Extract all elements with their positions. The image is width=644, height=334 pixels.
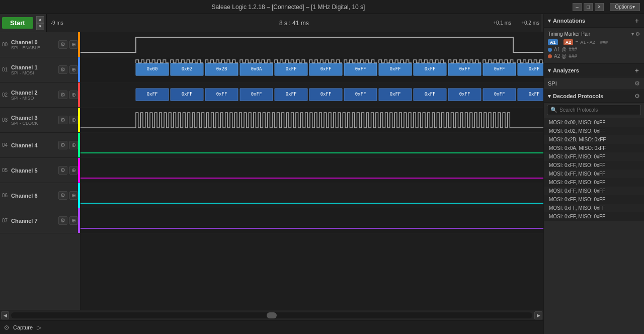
protocol-list-item[interactable]: MOSI: 0xFF, MISO: 0xFF — [544, 204, 644, 212]
channel-plus-6[interactable]: ⊕ — [69, 191, 78, 200]
filter-icon[interactable]: ▾ — [631, 31, 634, 37]
start-button[interactable]: Start — [2, 17, 33, 29]
channel-name-0: Channel 0 — [11, 39, 58, 45]
scroll-right-button[interactable]: ▶ — [534, 311, 542, 319]
channel-gear-7[interactable]: ⚙ — [58, 216, 67, 225]
channel-name-7: Channel 7 — [11, 218, 58, 224]
a1-val-row: A1 @ ### — [548, 46, 640, 53]
decoded-gear-icon[interactable]: ⚙ — [634, 93, 640, 100]
channel-plus-4[interactable]: ⊕ — [69, 141, 78, 149]
timing-marker-row: Timing Marker Pair ▾ ⚙ — [548, 30, 640, 38]
channel-row-4: 04 Channel 4 ⚙ ⊕ — [0, 133, 80, 158]
scroll-up-arrow[interactable]: ▲ — [36, 16, 44, 23]
protocol-list-item[interactable]: MOSI: 0xFF, MISO: 0xFF — [544, 212, 644, 221]
expand-icon[interactable]: ▷ — [37, 324, 41, 331]
channel-plus-3[interactable]: ⊕ — [69, 116, 78, 124]
protocol-list-item[interactable]: MOSI: 0x02, MISO: 0xFF — [544, 127, 644, 135]
protocol-list: MOSI: 0x00, MISO: 0xFFMOSI: 0x02, MISO: … — [544, 117, 644, 334]
a2-val-row: A2 @ ### — [548, 53, 640, 59]
waveform-area[interactable] — [80, 32, 543, 310]
a2-value: ### — [569, 53, 577, 59]
right-panel: ▾ Annotations + Timing Marker Pair ▾ ⚙ A… — [543, 14, 644, 334]
channel-color-6 — [78, 183, 80, 208]
close-button[interactable]: × — [595, 3, 604, 11]
channel-gear-5[interactable]: ⚙ — [58, 166, 67, 175]
channel-gear-2[interactable]: ⚙ — [58, 91, 67, 99]
protocol-list-item[interactable]: MOSI: 0x00, MISO: 0xFF — [544, 118, 644, 127]
channel-color-7 — [78, 208, 80, 233]
channel-info-1: Channel 1 SPI - MOSI — [11, 64, 58, 75]
channel-num-7: 07 — [2, 218, 11, 223]
annotations-content: Timing Marker Pair ▾ ⚙ A1 - A2 = A1 - A2… — [544, 28, 644, 61]
spi-analyzer-item: SPI ⚙ — [544, 77, 644, 90]
protocol-list-item[interactable]: MOSI: 0x0A, MISO: 0xFF — [544, 144, 644, 152]
restore-button[interactable]: □ — [584, 3, 593, 11]
search-icon: 🔍 — [550, 107, 557, 113]
a2-label: A2 @ — [554, 53, 567, 59]
a1-dot — [548, 48, 552, 52]
channel-name-2: Channel 2 — [11, 90, 58, 96]
settings-icon[interactable]: ⚙ — [635, 31, 640, 37]
channel-name-4: Channel 4 — [11, 142, 58, 148]
channel-plus-2[interactable]: ⊕ — [69, 91, 78, 99]
channel-icons-5: ⚙ ⊕ — [58, 166, 78, 175]
protocol-list-item[interactable]: MOSI: 0xFF, MISO: 0xFF — [544, 195, 644, 204]
timing-marker-icons: ▾ ⚙ — [631, 31, 640, 37]
time-marker-mid: +0.1 ms — [493, 20, 511, 26]
channel-gear-0[interactable]: ⚙ — [58, 40, 67, 49]
titlebar-controls: – □ × Options ▾ — [573, 3, 640, 11]
a1-value: ### — [569, 47, 577, 52]
analyzers-header: ▾ Analyzers + — [544, 64, 644, 77]
channel-gear-3[interactable]: ⚙ — [58, 116, 67, 124]
time-marker-left: -9 ms — [51, 20, 63, 26]
channel-info-0: Channel 0 SPI - ENABLE — [11, 39, 58, 50]
protocol-list-item[interactable]: MOSI: 0xFF, MISO: 0xFF — [544, 178, 644, 187]
time-center: 8 s : 41 ms — [51, 20, 537, 27]
scroll-down-arrow[interactable]: ▼ — [36, 23, 44, 30]
a2-badge: A2 — [564, 39, 574, 45]
a2-dot — [548, 54, 552, 58]
main-layout: Start ▲ ▼ -9 ms 8 s : 41 ms +0.1 ms +0.2… — [0, 14, 644, 334]
channel-plus-0[interactable]: ⊕ — [69, 40, 78, 49]
analyzers-section: ▾ Analyzers + SPI ⚙ — [544, 64, 644, 90]
channel-num-2: 02 — [2, 92, 11, 98]
minimize-button[interactable]: – — [573, 3, 582, 11]
search-protocols-input[interactable] — [559, 107, 637, 113]
channel-gear-6[interactable]: ⚙ — [58, 191, 67, 200]
annotations-add-button[interactable]: + — [634, 17, 640, 25]
channel-info-3: Channel 3 SPI - CLOCK — [11, 115, 58, 126]
spi-gear-icon[interactable]: ⚙ — [634, 80, 640, 87]
channel-plus-5[interactable]: ⊕ — [69, 166, 78, 175]
annotations-section: ▾ Annotations + Timing Marker Pair ▾ ⚙ A… — [544, 14, 644, 64]
channel-row-0: 00 Channel 0 SPI - ENABLE ⚙ ⊕ — [0, 32, 80, 57]
scroll-thumb[interactable] — [267, 312, 277, 318]
annotations-title: ▾ Annotations — [548, 18, 585, 24]
channel-num-4: 04 — [2, 142, 11, 148]
options-button[interactable]: Options ▾ — [610, 3, 640, 11]
channel-gear-1[interactable]: ⚙ — [58, 65, 67, 74]
protocol-list-item[interactable]: MOSI: 0xFF, MISO: 0xFF — [544, 152, 644, 161]
capture-icon: ⊙ — [4, 324, 9, 331]
chevron-down-icon: ▾ — [548, 18, 551, 24]
channel-plus-7[interactable]: ⊕ — [69, 216, 78, 225]
scroll-left-button[interactable]: ◀ — [1, 311, 9, 319]
channel-info-6: Channel 6 — [11, 193, 58, 199]
channel-plus-1[interactable]: ⊕ — [69, 65, 78, 74]
channel-icons-1: ⚙ ⊕ — [58, 65, 78, 74]
protocol-list-item[interactable]: MOSI: 0x2B, MISO: 0xFF — [544, 135, 644, 144]
channel-color-0 — [78, 32, 80, 57]
scroll-track[interactable] — [11, 312, 532, 318]
time-marker-right: +0.2 ms — [521, 20, 539, 26]
protocol-list-item[interactable]: MOSI: 0xFF, MISO: 0xFF — [544, 170, 644, 178]
channel-gear-4[interactable]: ⚙ — [58, 141, 67, 149]
channel-color-3 — [78, 108, 80, 132]
protocol-list-item[interactable]: MOSI: 0xFF, MISO: 0xFF — [544, 187, 644, 195]
analyzers-add-button[interactable]: + — [634, 66, 640, 74]
channel-icons-2: ⚙ ⊕ — [58, 91, 78, 99]
a1-label: A1 @ — [554, 47, 567, 52]
channel-icons-0: ⚙ ⊕ — [58, 40, 78, 49]
protocol-list-item[interactable]: MOSI: 0xFF, MISO: 0xFF — [544, 161, 644, 170]
annotations-header: ▾ Annotations + — [544, 14, 644, 28]
channel-info-7: Channel 7 — [11, 218, 58, 224]
channel-num-3: 03 — [2, 117, 11, 123]
